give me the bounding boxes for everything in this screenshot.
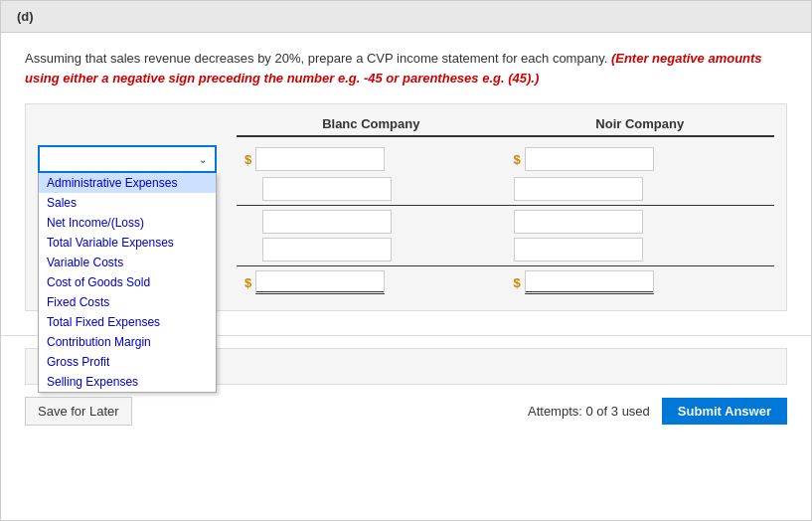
row-dropdown-button[interactable]: ⌄ (38, 145, 217, 173)
blanc-company-header: Blanc Company (237, 116, 506, 137)
noir-dollar-5: $ (514, 275, 521, 290)
noir-input-3[interactable] (514, 210, 643, 234)
blanc-dollar-1: $ (244, 152, 251, 167)
blanc-input-1[interactable] (255, 147, 385, 171)
noir-input-2[interactable] (514, 177, 643, 201)
submit-area: Attempts: 0 of 3 used Submit Answer (528, 398, 787, 425)
noir-input-1[interactable] (525, 147, 654, 171)
dropdown-item-totalfixed[interactable]: Total Fixed Expenses (39, 312, 216, 332)
noir-cell-1: $ (506, 147, 775, 171)
blanc-cell-5: $ (237, 270, 506, 294)
actions-row: Save for Later Attempts: 0 of 3 used Sub… (25, 397, 787, 426)
dropdown-item-totalvariable[interactable]: Total Variable Expenses (39, 233, 216, 253)
attempts-text: Attempts: 0 of 3 used (528, 404, 650, 419)
dropdown-item-contribution[interactable]: Contribution Margin (39, 332, 216, 352)
blanc-input-3[interactable] (262, 210, 392, 234)
noir-cell-4 (506, 238, 775, 261)
form-row-1: ⌄ Administrative Expenses Sales Net Inco… (38, 145, 774, 173)
dropdown-item-sales[interactable]: Sales (39, 193, 216, 213)
blanc-input-2[interactable] (262, 177, 392, 201)
instruction-block: Assuming that sales revenue decreases by… (25, 49, 787, 87)
submit-button[interactable]: Submit Answer (662, 398, 787, 425)
row-1-label: ⌄ Administrative Expenses Sales Net Inco… (38, 145, 237, 173)
dropdown-menu: Administrative Expenses Sales Net Income… (38, 173, 217, 393)
noir-cell-5: $ (506, 270, 775, 294)
divider-2 (237, 265, 774, 266)
blanc-cell-3 (237, 210, 506, 234)
form-area: Blanc Company Noir Company ⌄ Administrat… (25, 103, 787, 311)
save-later-button[interactable]: Save for Later (25, 397, 132, 426)
noir-cell-3 (506, 210, 775, 234)
noir-cell-2 (506, 177, 775, 201)
dropdown-item-admin[interactable]: Administrative Expenses (39, 173, 216, 193)
form-header-row: Blanc Company Noir Company (38, 116, 774, 137)
blanc-dollar-5: $ (244, 275, 251, 290)
main-content: Assuming that sales revenue decreases by… (1, 33, 811, 327)
row-label-dropdown-container: ⌄ Administrative Expenses Sales Net Inco… (38, 145, 217, 173)
dropdown-item-netincome[interactable]: Net Income/(Loss) (39, 213, 216, 233)
section-header: (d) (1, 1, 811, 33)
chevron-down-icon: ⌄ (199, 154, 207, 165)
instruction-main: Assuming that sales revenue decreases by… (25, 51, 607, 66)
dropdown-item-variablecosts[interactable]: Variable Costs (39, 253, 216, 272)
blanc-cell-4 (237, 238, 506, 261)
blanc-input-4[interactable] (262, 238, 392, 261)
dropdown-item-grossprofit[interactable]: Gross Profit (39, 352, 216, 372)
noir-dollar-1: $ (514, 152, 521, 167)
dropdown-item-fixedcosts[interactable]: Fixed Costs (39, 292, 216, 312)
section-label: (d) (17, 9, 34, 24)
blanc-cell-1: $ (237, 147, 506, 171)
dropdown-item-selling[interactable]: Selling Expenses (39, 372, 216, 392)
blanc-input-5[interactable] (255, 270, 385, 294)
divider-1 (237, 205, 774, 206)
dropdown-item-cogs[interactable]: Cost of Goods Sold (39, 272, 216, 292)
noir-input-5[interactable] (525, 270, 654, 294)
noir-company-header: Noir Company (506, 116, 775, 137)
blanc-cell-2 (237, 177, 506, 201)
noir-input-4[interactable] (514, 238, 643, 261)
